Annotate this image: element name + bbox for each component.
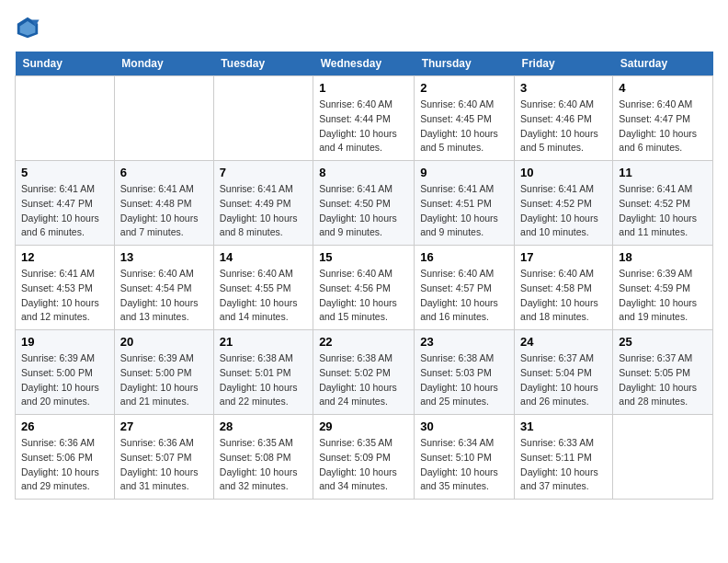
day-number: 21 — [220, 335, 307, 349]
calendar-cell — [114, 76, 213, 161]
calendar-cell: 16Sunrise: 6:40 AM Sunset: 4:57 PM Dayli… — [415, 246, 515, 330]
day-info: Sunrise: 6:41 AM Sunset: 4:53 PM Dayligh… — [21, 267, 108, 325]
calendar-cell: 27Sunrise: 6:36 AM Sunset: 5:07 PM Dayli… — [114, 415, 213, 500]
day-info: Sunrise: 6:38 AM Sunset: 5:02 PM Dayligh… — [319, 351, 408, 409]
weekday-header-row: SundayMondayTuesdayWednesdayThursdayFrid… — [16, 52, 713, 76]
calendar-cell: 2Sunrise: 6:40 AM Sunset: 4:45 PM Daylig… — [415, 76, 515, 161]
weekday-header: Tuesday — [213, 52, 313, 76]
calendar-cell: 12Sunrise: 6:41 AM Sunset: 4:53 PM Dayli… — [16, 246, 115, 330]
day-info: Sunrise: 6:41 AM Sunset: 4:49 PM Dayligh… — [220, 182, 307, 240]
calendar-cell: 22Sunrise: 6:38 AM Sunset: 5:02 PM Dayli… — [313, 330, 415, 415]
day-info: Sunrise: 6:37 AM Sunset: 5:04 PM Dayligh… — [520, 351, 607, 409]
day-number: 11 — [619, 166, 707, 179]
weekday-header: Thursday — [415, 52, 515, 76]
calendar-cell: 29Sunrise: 6:35 AM Sunset: 5:09 PM Dayli… — [313, 415, 415, 500]
day-info: Sunrise: 6:39 AM Sunset: 5:00 PM Dayligh… — [21, 351, 108, 409]
day-number: 16 — [420, 250, 508, 264]
day-info: Sunrise: 6:40 AM Sunset: 4:57 PM Dayligh… — [420, 267, 508, 325]
day-info: Sunrise: 6:35 AM Sunset: 5:08 PM Dayligh… — [220, 436, 307, 494]
day-info: Sunrise: 6:40 AM Sunset: 4:45 PM Dayligh… — [420, 98, 508, 155]
day-info: Sunrise: 6:40 AM Sunset: 4:58 PM Dayligh… — [520, 267, 607, 325]
day-info: Sunrise: 6:40 AM Sunset: 4:47 PM Dayligh… — [619, 98, 707, 155]
page-header — [15, 15, 713, 40]
calendar-cell — [613, 415, 713, 500]
day-number: 24 — [520, 335, 607, 349]
calendar-cell: 14Sunrise: 6:40 AM Sunset: 4:55 PM Dayli… — [213, 246, 313, 330]
day-number: 9 — [420, 166, 508, 179]
day-number: 4 — [619, 81, 707, 95]
day-info: Sunrise: 6:40 AM Sunset: 4:44 PM Dayligh… — [319, 98, 408, 155]
calendar-cell: 26Sunrise: 6:36 AM Sunset: 5:06 PM Dayli… — [16, 415, 115, 500]
logo-icon — [15, 15, 40, 40]
day-number: 13 — [120, 250, 208, 264]
weekday-header: Monday — [114, 52, 213, 76]
day-number: 3 — [520, 81, 607, 95]
calendar-cell — [16, 76, 115, 161]
day-number: 30 — [420, 419, 508, 433]
calendar-cell: 20Sunrise: 6:39 AM Sunset: 5:00 PM Dayli… — [114, 330, 213, 415]
day-number: 2 — [420, 81, 508, 95]
day-info: Sunrise: 6:41 AM Sunset: 4:47 PM Dayligh… — [21, 182, 108, 240]
weekday-header: Wednesday — [313, 52, 415, 76]
day-info: Sunrise: 6:37 AM Sunset: 5:05 PM Dayligh… — [619, 351, 707, 409]
day-info: Sunrise: 6:40 AM Sunset: 4:54 PM Dayligh… — [120, 267, 208, 325]
calendar-week-row: 12Sunrise: 6:41 AM Sunset: 4:53 PM Dayli… — [16, 246, 713, 330]
day-info: Sunrise: 6:40 AM Sunset: 4:46 PM Dayligh… — [520, 98, 607, 155]
calendar-cell: 21Sunrise: 6:38 AM Sunset: 5:01 PM Dayli… — [213, 330, 313, 415]
day-number: 23 — [420, 335, 508, 349]
weekday-header: Saturday — [613, 52, 713, 76]
day-info: Sunrise: 6:39 AM Sunset: 5:00 PM Dayligh… — [120, 351, 208, 409]
calendar-cell: 15Sunrise: 6:40 AM Sunset: 4:56 PM Dayli… — [313, 246, 415, 330]
day-info: Sunrise: 6:41 AM Sunset: 4:52 PM Dayligh… — [619, 182, 707, 240]
day-number: 15 — [319, 250, 408, 264]
day-number: 18 — [619, 250, 707, 264]
weekday-header: Sunday — [16, 52, 115, 76]
day-info: Sunrise: 6:40 AM Sunset: 4:55 PM Dayligh… — [220, 267, 307, 325]
calendar-cell: 1Sunrise: 6:40 AM Sunset: 4:44 PM Daylig… — [313, 76, 415, 161]
day-number: 8 — [319, 166, 408, 179]
calendar-table: SundayMondayTuesdayWednesdayThursdayFrid… — [15, 52, 713, 500]
day-number: 27 — [120, 419, 208, 433]
calendar-cell: 9Sunrise: 6:41 AM Sunset: 4:51 PM Daylig… — [415, 161, 515, 246]
day-info: Sunrise: 6:38 AM Sunset: 5:01 PM Dayligh… — [220, 351, 307, 409]
day-info: Sunrise: 6:41 AM Sunset: 4:51 PM Dayligh… — [420, 182, 508, 240]
calendar-cell: 19Sunrise: 6:39 AM Sunset: 5:00 PM Dayli… — [16, 330, 115, 415]
day-number: 5 — [21, 166, 108, 179]
day-number: 12 — [21, 250, 108, 264]
calendar-cell: 6Sunrise: 6:41 AM Sunset: 4:48 PM Daylig… — [114, 161, 213, 246]
day-info: Sunrise: 6:38 AM Sunset: 5:03 PM Dayligh… — [420, 351, 508, 409]
day-info: Sunrise: 6:39 AM Sunset: 4:59 PM Dayligh… — [619, 267, 707, 325]
day-info: Sunrise: 6:36 AM Sunset: 5:07 PM Dayligh… — [120, 436, 208, 494]
day-number: 17 — [520, 250, 607, 264]
calendar-cell: 8Sunrise: 6:41 AM Sunset: 4:50 PM Daylig… — [313, 161, 415, 246]
logo — [15, 15, 44, 40]
calendar-cell: 4Sunrise: 6:40 AM Sunset: 4:47 PM Daylig… — [613, 76, 713, 161]
day-info: Sunrise: 6:36 AM Sunset: 5:06 PM Dayligh… — [21, 436, 108, 494]
calendar-cell: 13Sunrise: 6:40 AM Sunset: 4:54 PM Dayli… — [114, 246, 213, 330]
day-number: 25 — [619, 335, 707, 349]
day-number: 31 — [520, 419, 607, 433]
day-number: 14 — [220, 250, 307, 264]
calendar-cell: 10Sunrise: 6:41 AM Sunset: 4:52 PM Dayli… — [515, 161, 613, 246]
calendar-cell: 17Sunrise: 6:40 AM Sunset: 4:58 PM Dayli… — [515, 246, 613, 330]
calendar-week-row: 19Sunrise: 6:39 AM Sunset: 5:00 PM Dayli… — [16, 330, 713, 415]
calendar-cell: 31Sunrise: 6:33 AM Sunset: 5:11 PM Dayli… — [515, 415, 613, 500]
calendar-week-row: 26Sunrise: 6:36 AM Sunset: 5:06 PM Dayli… — [16, 415, 713, 500]
day-info: Sunrise: 6:34 AM Sunset: 5:10 PM Dayligh… — [420, 436, 508, 494]
day-number: 20 — [120, 335, 208, 349]
calendar-cell: 30Sunrise: 6:34 AM Sunset: 5:10 PM Dayli… — [415, 415, 515, 500]
calendar-cell: 3Sunrise: 6:40 AM Sunset: 4:46 PM Daylig… — [515, 76, 613, 161]
day-info: Sunrise: 6:41 AM Sunset: 4:52 PM Dayligh… — [520, 182, 607, 240]
day-number: 22 — [319, 335, 408, 349]
calendar-cell: 24Sunrise: 6:37 AM Sunset: 5:04 PM Dayli… — [515, 330, 613, 415]
calendar-cell: 28Sunrise: 6:35 AM Sunset: 5:08 PM Dayli… — [213, 415, 313, 500]
day-info: Sunrise: 6:41 AM Sunset: 4:48 PM Dayligh… — [120, 182, 208, 240]
day-number: 6 — [120, 166, 208, 179]
calendar-cell: 5Sunrise: 6:41 AM Sunset: 4:47 PM Daylig… — [16, 161, 115, 246]
calendar-cell: 7Sunrise: 6:41 AM Sunset: 4:49 PM Daylig… — [213, 161, 313, 246]
calendar-cell — [213, 76, 313, 161]
day-number: 19 — [21, 335, 108, 349]
calendar-week-row: 5Sunrise: 6:41 AM Sunset: 4:47 PM Daylig… — [16, 161, 713, 246]
calendar-cell: 18Sunrise: 6:39 AM Sunset: 4:59 PM Dayli… — [613, 246, 713, 330]
calendar-week-row: 1Sunrise: 6:40 AM Sunset: 4:44 PM Daylig… — [16, 76, 713, 161]
